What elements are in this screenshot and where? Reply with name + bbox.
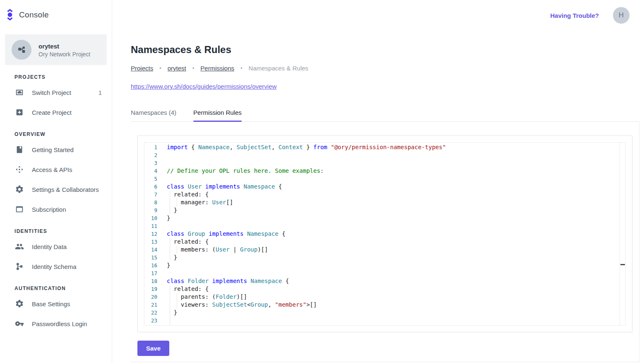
create-project-icon	[15, 108, 24, 117]
sidebar-item-identity-schema[interactable]: Identity Schema	[0, 257, 112, 276]
line-number: 23	[144, 317, 157, 324]
sidebar-item-label: Getting Started	[32, 146, 74, 153]
docs-link[interactable]: https://www.ory.sh/docs/guides/permissio…	[131, 83, 276, 90]
line-number: 9	[144, 206, 157, 214]
line-content: members: (User | Group)[]	[167, 246, 268, 254]
sidebar-item-switch-project[interactable]: Switch Project1	[0, 82, 112, 102]
brand[interactable]: Console	[0, 0, 112, 29]
code-line: 9 }	[144, 206, 625, 214]
editor-scrollbar-marker	[620, 264, 625, 265]
editor-scrollbar[interactable]	[620, 143, 625, 325]
code-line: 2	[144, 151, 625, 159]
code-line: 1import { Namespace, SubjectSet, Context…	[144, 143, 625, 151]
code-line: 23	[144, 317, 625, 324]
breadcrumb-namespaces-rules: Namespaces & Rules	[249, 65, 308, 72]
line-content: viewers: SubjectSet<Group, "members">[]	[167, 301, 317, 309]
sidebar-item-access-apis[interactable]: Access & APIs	[0, 160, 112, 179]
sidebar-item-label: Identity Schema	[32, 263, 77, 270]
code-editor[interactable]: 1import { Namespace, SubjectSet, Context…	[144, 142, 626, 326]
line-number: 22	[144, 309, 157, 317]
line-number: 3	[144, 159, 157, 167]
line-number: 11	[144, 222, 157, 230]
sidebar-item-passwordless-login[interactable]: Passwordless Login	[0, 314, 112, 334]
code-line: 22 }	[144, 309, 625, 317]
code-line: 16}	[144, 261, 625, 269]
sidebar-item-base-settings[interactable]: Base Settings	[0, 294, 112, 314]
sidebar-item-subscription[interactable]: Subscription	[0, 199, 112, 219]
line-number: 19	[144, 285, 157, 293]
getting-started-icon	[14, 145, 24, 155]
breadcrumb-permissions[interactable]: Permissions	[200, 65, 234, 72]
line-content: class Folder implements Namespace {	[167, 277, 289, 285]
project-name: orytest	[38, 42, 90, 51]
code-lines: 1import { Namespace, SubjectSet, Context…	[144, 143, 625, 326]
section-label-projects: PROJECTS	[0, 65, 112, 82]
sidebar-nav: PROJECTSSwitch Project1Create ProjectOVE…	[0, 65, 112, 334]
breadcrumb-orytest[interactable]: orytest	[168, 65, 186, 72]
code-line: 5	[144, 175, 625, 183]
code-line: 11	[144, 222, 625, 230]
line-content: }	[167, 261, 170, 269]
sidebar-item-label: Access & APIs	[32, 166, 72, 173]
breadcrumb: Projects•orytest•Permissions•Namespaces …	[131, 65, 639, 72]
section-label-identities: IDENTITIES	[0, 219, 112, 237]
line-number: 21	[144, 301, 157, 309]
having-trouble-link[interactable]: Having Trouble?	[550, 12, 599, 19]
line-content: related: {	[167, 285, 209, 293]
getting-started-icon	[15, 145, 24, 154]
code-line: 20 parents: (Folder)[]	[144, 293, 625, 301]
breadcrumb-projects[interactable]: Projects	[131, 65, 153, 72]
sidebar-item-label: Switch Project	[32, 89, 71, 96]
identity-data-icon	[15, 242, 24, 251]
line-number: 18	[144, 277, 157, 285]
code-line: 17	[144, 269, 625, 277]
passwordless-login-icon	[14, 319, 24, 329]
passwordless-login-icon	[15, 319, 24, 328]
base-settings-icon	[14, 299, 24, 309]
main-content: Having Trouble? H Namespaces & Rules Pro…	[112, 0, 644, 363]
tab-panel: 1import { Namespace, SubjectSet, Context…	[131, 122, 639, 362]
tab-namespaces-4[interactable]: Namespaces (4)	[131, 109, 176, 121]
line-number: 2	[144, 151, 157, 159]
identity-schema-icon	[14, 261, 24, 271]
tab-bar: Namespaces (4)Permission Rules	[131, 109, 639, 122]
tab-permission-rules[interactable]: Permission Rules	[193, 109, 242, 121]
project-card[interactable]: orytest Ory Network Project	[5, 34, 107, 65]
sidebar-item-identity-data[interactable]: Identity Data	[0, 237, 112, 257]
sidebar-item-settings-collaborators[interactable]: Settings & Collaborators	[0, 179, 112, 199]
subscription-icon	[15, 205, 24, 214]
line-content: permits = {	[167, 324, 212, 326]
line-number: 24	[144, 324, 157, 326]
line-number: 4	[144, 167, 157, 175]
code-line: 6class User implements Namespace {	[144, 183, 625, 191]
line-number: 7	[144, 191, 157, 198]
sidebar: Console orytest Ory Network Project PROJ…	[0, 0, 112, 363]
code-line: 3	[144, 159, 625, 167]
save-button[interactable]: Save	[137, 341, 169, 356]
page-title: Namespaces & Rules	[131, 44, 639, 56]
access-apis-icon	[14, 165, 24, 174]
breadcrumb-separator: •	[159, 65, 161, 71]
line-number: 20	[144, 293, 157, 301]
code-editor-frame: 1import { Namespace, SubjectSet, Context…	[137, 136, 632, 332]
sidebar-item-create-project[interactable]: Create Project	[0, 102, 112, 122]
code-line: 12class Group implements Namespace {	[144, 230, 625, 238]
code-line: 7 related: {	[144, 191, 625, 198]
user-avatar[interactable]: H	[613, 7, 630, 24]
code-line: 24 permits = {	[144, 324, 625, 326]
code-line: 21 viewers: SubjectSet<Group, "members">…	[144, 301, 625, 309]
line-number: 5	[144, 175, 157, 183]
identity-schema-icon	[15, 262, 24, 271]
sidebar-item-getting-started[interactable]: Getting Started	[0, 140, 112, 160]
settings-collaborators-icon	[14, 184, 24, 194]
project-subtitle: Ory Network Project	[38, 51, 90, 58]
line-number: 8	[144, 198, 157, 206]
identity-data-icon	[14, 242, 24, 252]
line-content: class Group implements Namespace {	[167, 230, 286, 238]
section-label-overview: OVERVIEW	[0, 122, 112, 140]
sidebar-item-label: Settings & Collaborators	[32, 186, 99, 193]
line-content: }	[167, 206, 177, 214]
brand-name: Console	[19, 10, 49, 19]
line-number: 6	[144, 183, 157, 191]
line-number: 14	[144, 246, 157, 254]
